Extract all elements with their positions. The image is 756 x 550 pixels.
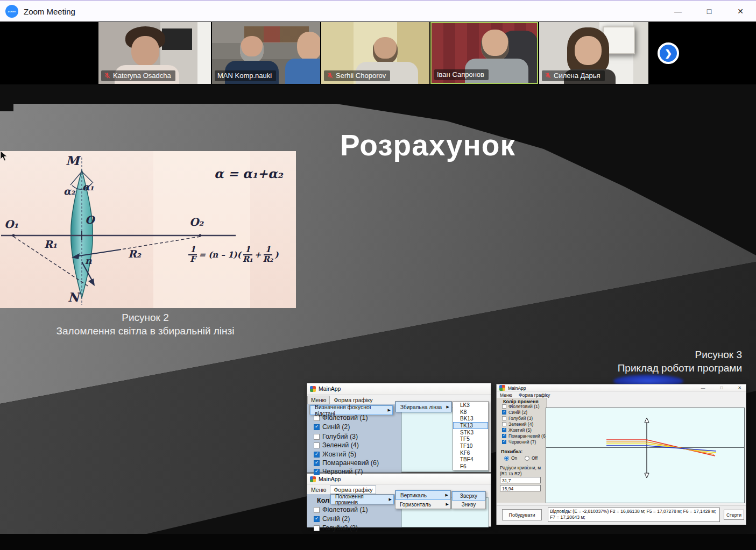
- label-N: N: [68, 290, 79, 304]
- participant-tile[interactable]: Силена Дарья: [539, 22, 648, 84]
- checkbox-blue[interactable]: Синій (2): [502, 410, 527, 415]
- win3-titlebar[interactable]: MainApp — □ ✕: [497, 384, 746, 392]
- maximize-icon[interactable]: □: [720, 385, 723, 390]
- checkbox-orange[interactable]: Помаранчевий (6): [502, 433, 547, 439]
- checkbox-red[interactable]: Червоний (7): [502, 439, 536, 445]
- radio-error-on[interactable]: On: [504, 455, 517, 461]
- result-output[interactable]: Відповідь: (E = -2,810037%) F2 = 16,8613…: [548, 508, 720, 522]
- lens-option[interactable]: F6: [453, 463, 488, 470]
- titlebar: zoom Zoom Meeting — □ ✕: [0, 0, 756, 22]
- checkbox-icon[interactable]: [314, 507, 320, 513]
- radius-r1-input[interactable]: 31,7: [500, 477, 541, 483]
- figure3-caption: Рисунок 3 Приклад роботи програми: [618, 348, 742, 375]
- checkbox-red[interactable]: Червоний (7): [314, 468, 363, 475]
- label-O: O: [85, 213, 94, 226]
- lens-option[interactable]: BK13: [453, 415, 488, 422]
- radio-icon[interactable]: [525, 456, 529, 461]
- menu-chart-form[interactable]: Форма графіку: [330, 485, 376, 494]
- minimize-icon[interactable]: —: [662, 7, 694, 16]
- figure2-caption-line2: Заломлення світла в збиральній лінзі: [0, 324, 291, 338]
- participant-tile[interactable]: Serhii Choporov: [321, 22, 429, 84]
- lens-option[interactable]: KF6: [453, 449, 488, 456]
- checkbox-blue[interactable]: Синій (2): [314, 423, 350, 431]
- participant-video: [131, 36, 159, 66]
- checkbox-lightblue[interactable]: Голубий (3): [502, 416, 533, 421]
- clear-button[interactable]: Стерти: [724, 510, 744, 520]
- checkbox-lightblue[interactable]: Голубий (3): [314, 433, 358, 440]
- checkbox-icon[interactable]: [502, 404, 506, 409]
- radio-error-off[interactable]: Off: [525, 455, 538, 461]
- checkbox-icon[interactable]: [314, 442, 320, 448]
- maximize-icon[interactable]: □: [694, 7, 725, 16]
- checkbox-icon[interactable]: [502, 434, 506, 438]
- mainapp-icon: [499, 385, 505, 391]
- lens-option[interactable]: TF10: [453, 442, 488, 449]
- participant-video: [285, 59, 320, 84]
- radius-label-line2: (R1 та R2): [500, 471, 522, 476]
- name-tag: Іван Сапронов: [434, 69, 489, 80]
- menu-chart-form[interactable]: Форма графіку: [515, 392, 553, 398]
- win2-titlebar[interactable]: MainApp: [307, 474, 491, 485]
- checkbox-yellow[interactable]: Жовтий (5): [502, 427, 532, 433]
- checkbox-violet[interactable]: Фіолетовий (1): [502, 404, 540, 409]
- lens-option[interactable]: TK13: [453, 422, 488, 429]
- lens-option[interactable]: K8: [453, 409, 488, 416]
- muted-mic-icon: [104, 72, 111, 79]
- checkbox-icon[interactable]: [502, 440, 506, 444]
- checkbox-green[interactable]: Зелений (4): [314, 441, 359, 449]
- lens-option[interactable]: LK3: [453, 402, 488, 409]
- name-tag: MAN Komp.nauki: [215, 70, 276, 81]
- submenu-arrow-icon: ▶: [446, 493, 448, 497]
- checkbox-blue[interactable]: Синій (2): [314, 515, 350, 523]
- checkbox-icon[interactable]: [502, 416, 506, 420]
- close-icon[interactable]: ✕: [725, 7, 756, 16]
- menu-menu[interactable]: Меню: [497, 392, 515, 398]
- checkbox-icon[interactable]: [314, 434, 320, 440]
- checkbox-green[interactable]: Зелений (4): [502, 422, 533, 427]
- menu-item-focal-distance[interactable]: Визначення фокусної відстані ▶: [310, 405, 393, 415]
- lens-option[interactable]: TBF4: [453, 456, 488, 463]
- menu-item-vertical[interactable]: Вертикаль ▶: [395, 490, 450, 500]
- checkbox-yellow[interactable]: Жовтий (5): [314, 451, 356, 458]
- checkbox-icon[interactable]: [314, 424, 320, 430]
- radius-r2-input[interactable]: 15,94: [500, 485, 541, 491]
- lens-option[interactable]: TF5: [453, 435, 488, 442]
- checkbox-icon[interactable]: [314, 516, 320, 522]
- participant-tile[interactable]: Kateryna Osadcha: [98, 22, 211, 84]
- menu-item-from-top[interactable]: Зверху: [452, 491, 485, 501]
- checkbox-icon[interactable]: [502, 422, 506, 426]
- name-tag: Serhii Choporov: [324, 70, 390, 81]
- next-participants-button[interactable]: ❯: [658, 42, 679, 64]
- checkbox-lightblue[interactable]: Голубий (3): [314, 524, 358, 532]
- participant-video: [297, 32, 320, 61]
- close-icon[interactable]: ✕: [738, 385, 741, 390]
- label-M: M: [66, 153, 79, 168]
- menu-menu[interactable]: Меню: [307, 396, 330, 404]
- menu-item-from-bottom[interactable]: Знизу: [452, 501, 485, 509]
- checkbox-icon[interactable]: [314, 469, 320, 475]
- submenu-arrow-icon: ▶: [388, 408, 391, 412]
- menu-menu[interactable]: Меню: [307, 485, 330, 494]
- participant-tile[interactable]: MAN Komp.nauki: [212, 22, 320, 84]
- menu-item-horizontal[interactable]: Горизонталь ▶: [395, 500, 450, 509]
- label-R1: R₁: [44, 238, 57, 250]
- build-button[interactable]: Побудувати: [502, 509, 542, 520]
- win1-title: MainApp: [319, 385, 341, 392]
- radio-icon[interactable]: [504, 456, 509, 461]
- checkbox-icon[interactable]: [314, 525, 320, 531]
- checkbox-icon[interactable]: [502, 428, 506, 432]
- checkbox-violet[interactable]: Фіолетовий (1): [314, 506, 368, 513]
- minimize-icon[interactable]: —: [701, 385, 705, 390]
- checkbox-orange[interactable]: Помаранчевий (6): [314, 459, 379, 467]
- lens-option[interactable]: STK3: [453, 429, 488, 436]
- checkbox-icon[interactable]: [314, 460, 320, 466]
- zoom-logo-icon: zoom: [5, 5, 18, 18]
- menu-item-converging-lens[interactable]: Збиральна лінза ▶: [395, 402, 451, 412]
- menu-chart-form[interactable]: Форма графіку: [330, 396, 376, 404]
- checkbox-icon[interactable]: [314, 452, 320, 458]
- checkbox-icon[interactable]: [502, 410, 506, 415]
- participant-name: MAN Komp.nauki: [217, 72, 272, 80]
- win1-titlebar[interactable]: MainApp: [307, 383, 491, 395]
- participant-tile-active-speaker[interactable]: Іван Сапронов: [430, 22, 538, 84]
- menu-item-ray-position[interactable]: Положення променів ▶: [330, 495, 394, 504]
